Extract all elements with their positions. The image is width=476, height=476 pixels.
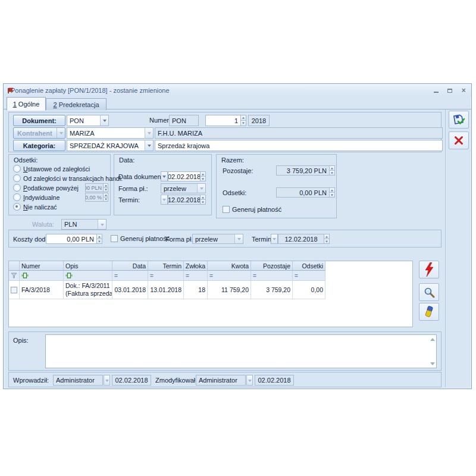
radio-podatkowe[interactable]: Podatkowe powyżej — [13, 184, 79, 192]
spin-up-icon[interactable] — [330, 165, 335, 171]
close-button[interactable]: × — [459, 86, 468, 95]
filter-numer-cell[interactable] — [20, 271, 64, 281]
spin-down-icon[interactable] — [241, 121, 246, 126]
koszty-field[interactable]: 0,00 PLN — [46, 234, 97, 244]
zmodyfikowal-field: Administrator — [196, 375, 246, 386]
preview-document-button[interactable] — [419, 283, 439, 301]
audit-footer-panel: Wprowadził: Administrator 02.02.2018 Zmo… — [8, 372, 441, 387]
col-header-numer[interactable]: Numer — [20, 261, 64, 271]
restore-button[interactable] — [446, 86, 454, 95]
filter-zwloka-cell[interactable]: = — [184, 271, 208, 281]
generuj-platnosc-checkbox[interactable] — [223, 206, 230, 213]
spin-down-icon[interactable] — [97, 239, 102, 244]
calculate-interest-button[interactable] — [419, 261, 439, 278]
spin-down-icon[interactable] — [330, 193, 335, 198]
radio-indywidualne[interactable]: Indywidualne — [13, 193, 60, 201]
cancel-button[interactable] — [449, 131, 469, 149]
radio-circle-icon[interactable] — [13, 203, 21, 211]
text-filter-icon — [65, 273, 73, 278]
kategoria-dropdown-arrow-icon[interactable] — [145, 140, 153, 151]
tab-strip: 1 Ogólne 2 Predekretacja — [4, 97, 471, 109]
radio-circle-icon[interactable] — [13, 193, 21, 201]
razem-generuj-checkbox-row[interactable]: Generuj płatność — [223, 206, 281, 213]
kontrahent-button[interactable]: Kontrahent — [13, 127, 65, 139]
spin-up-icon[interactable] — [97, 234, 102, 239]
data-group: Data: Data dokumentu: 02.02.2018 Forma p… — [114, 154, 212, 215]
koszty-forma-dropdown-arrow-icon — [234, 234, 243, 243]
numer-value-field[interactable]: 1 — [205, 115, 241, 126]
col-header-pozostaje[interactable]: Pozostaje — [251, 261, 293, 271]
row-checkbox[interactable] — [11, 287, 17, 293]
opis-textarea[interactable] — [45, 334, 437, 368]
col-header-termin[interactable]: Termin — [148, 261, 184, 271]
cell-pozostaje: 3 759,20 — [251, 281, 293, 299]
eraser-icon — [423, 306, 435, 318]
col-header-data[interactable]: Data — [112, 261, 148, 271]
kategoria-combo[interactable]: SPRZEDAŻ KRAJOWA — [67, 140, 154, 151]
filter-odsetki-cell[interactable]: = — [293, 271, 325, 281]
radio-nie-naliczac[interactable]: Nie naliczać — [13, 203, 57, 211]
data-dokumentu-field[interactable]: 02.02.2018 — [168, 171, 201, 181]
data-dokumentu-calendar-arrow[interactable] — [161, 171, 168, 181]
podatkowe-value-field: 0,00 PLN — [85, 183, 104, 192]
radio-circle-icon[interactable] — [13, 184, 21, 192]
koszty-generuj-checkbox[interactable] — [111, 235, 118, 242]
cancel-icon — [453, 135, 464, 146]
radio-od-zaleglosci[interactable]: Od zaległości w transakcjach handl. — [13, 174, 123, 182]
spin-up-icon[interactable] — [241, 115, 246, 121]
remove-from-list-button[interactable] — [419, 303, 439, 321]
data-dokumentu-spinner[interactable] — [201, 171, 206, 181]
window-titlebar[interactable]: Ponaglenie zapłaty [PON/1/2018] - zostan… — [4, 84, 471, 97]
dokument-button-label: Dokument: — [22, 117, 56, 124]
koszty-generuj-checkbox-row[interactable]: Generuj płatność — [111, 235, 170, 242]
filter-funnel-cell[interactable] — [9, 271, 20, 281]
kategoria-desc-field[interactable]: Sprzedaż krajowa — [155, 140, 443, 151]
table-row[interactable]: FA/3/2018 Dok.: FA/3/2011 (Faktura sprze… — [9, 281, 412, 299]
radio-ustawowe-label: Ustawowe od zaległości — [23, 165, 90, 173]
magnifier-icon — [424, 287, 435, 298]
scroll-up-icon[interactable] — [429, 336, 436, 342]
forma-pl-combo: przelew — [161, 183, 206, 193]
razem-odsetki-spinner[interactable] — [330, 187, 335, 198]
spin-down-icon — [104, 198, 108, 202]
col-header-zwloka[interactable]: Zwłoka — [184, 261, 208, 271]
radio-circle-icon[interactable] — [13, 174, 21, 182]
tab-predekretacja[interactable]: 2 Predekretacja — [46, 98, 107, 110]
radio-circle-icon[interactable] — [13, 165, 21, 173]
spin-up-icon[interactable] — [330, 187, 335, 193]
kontrahent-split-arrow-icon[interactable] — [57, 128, 65, 138]
filter-opis-cell[interactable] — [64, 271, 112, 281]
spin-down-icon[interactable] — [330, 171, 335, 176]
spin-up-icon — [201, 195, 206, 200]
payment-reminder-window: Ponaglenie zapłaty [PON/1/2018] - zostan… — [3, 83, 472, 389]
dokument-dropdown-arrow-icon[interactable] — [100, 115, 108, 126]
pozostaje-field: 3 759,20 PLN — [276, 165, 330, 176]
termin-spinner — [201, 195, 206, 205]
numer-prefix-field: PON — [169, 115, 199, 126]
tab-ogolne[interactable]: 1 Ogólne — [7, 97, 46, 111]
col-header-kwota[interactable]: Kwota — [208, 261, 251, 271]
row-select-cell[interactable] — [9, 281, 20, 299]
koszty-spinner[interactable] — [97, 234, 102, 244]
col-header-opis[interactable]: Opis — [64, 261, 112, 271]
pozostaje-spinner[interactable] — [330, 165, 335, 176]
filter-termin-cell[interactable]: = — [148, 271, 184, 281]
kontrahent-combo[interactable]: MARIZA — [67, 127, 154, 139]
save-button[interactable] — [449, 111, 469, 129]
scroll-down-icon[interactable] — [429, 361, 436, 367]
minimize-button[interactable] — [432, 86, 440, 95]
kategoria-button[interactable]: Kategoria: — [13, 140, 65, 151]
filter-pozostaje-cell[interactable]: = — [251, 271, 293, 281]
col-header-odsetki[interactable]: Odsetki — [293, 261, 325, 271]
radio-nie-naliczac-label: Nie naliczać — [23, 203, 57, 211]
numer-spinner[interactable] — [241, 115, 246, 126]
right-panel-divider — [445, 109, 446, 387]
filter-data-cell[interactable]: = — [112, 271, 148, 281]
spin-up-icon[interactable] — [201, 171, 206, 177]
kontrahent-name-field: F.H.U. MARIZA — [155, 127, 443, 139]
dokument-combo[interactable]: PON — [67, 115, 109, 126]
spin-down-icon[interactable] — [201, 177, 206, 181]
dokument-button[interactable]: Dokument: — [13, 115, 65, 126]
filter-kwota-cell[interactable]: = — [208, 271, 251, 281]
radio-ustawowe[interactable]: Ustawowe od zaległości — [13, 165, 90, 173]
